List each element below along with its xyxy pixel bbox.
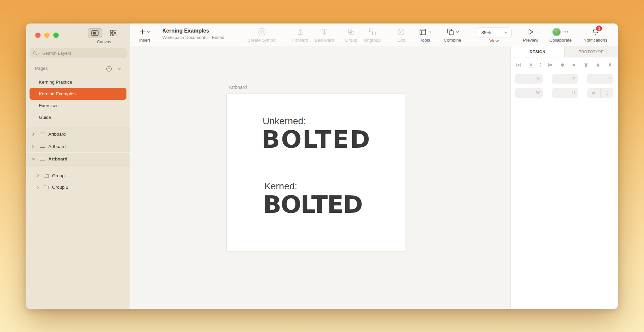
ungroup-button[interactable]: Ungroup: [364, 27, 381, 43]
canvas-view-label: Canvas: [88, 40, 120, 44]
layer-row-group-2[interactable]: Group 2: [26, 181, 130, 193]
layer-label: Artboard: [48, 144, 66, 149]
collapse-chevron-icon[interactable]: [32, 158, 36, 160]
folder-icon: [44, 174, 49, 178]
page-item-exercises[interactable]: Exercises: [26, 100, 130, 111]
align-bottom-icon[interactable]: [607, 62, 613, 68]
backward-button[interactable]: Backward: [315, 27, 334, 43]
layer-row-artboard-3[interactable]: Artboard: [26, 153, 130, 165]
size-fields-row: W H: [511, 88, 618, 98]
move-forward-icon: [296, 28, 305, 36]
document-subtitle: Workspace Document — Edited: [162, 35, 224, 40]
folder-icon: [44, 185, 49, 189]
artboard-title[interactable]: Artboard: [229, 85, 247, 90]
chevron-down-icon: [504, 32, 508, 34]
group-button[interactable]: Group: [345, 27, 357, 43]
chevron-down-icon: [147, 31, 150, 33]
tab-design[interactable]: DESIGN: [511, 46, 564, 57]
add-page-button[interactable]: [106, 66, 112, 72]
artboard-icon: [40, 132, 45, 136]
view-label: View: [477, 38, 512, 43]
minimize-window-button[interactable]: [44, 33, 50, 38]
create-symbol-button[interactable]: Create Symbol: [248, 27, 276, 43]
search-layers-input[interactable]: [30, 48, 127, 58]
distribute-horizontal-icon[interactable]: [516, 62, 521, 68]
edit-button[interactable]: Edit: [397, 27, 406, 43]
page-item-label: Guide: [39, 115, 51, 120]
layer-label: Artboard: [48, 132, 66, 137]
align-top-icon[interactable]: [584, 62, 589, 68]
notification-badge: 1: [596, 26, 602, 31]
fullscreen-window-button[interactable]: [53, 33, 59, 38]
forward-button[interactable]: Forward: [292, 27, 308, 43]
components-view-button[interactable]: [106, 28, 120, 38]
search-field: [30, 48, 127, 58]
position-fields-row: X Y °: [511, 74, 618, 84]
height-field-label: H: [572, 91, 575, 95]
canvas-view-button[interactable]: [88, 28, 102, 38]
pages-header: Pages: [26, 64, 130, 74]
more-options-dots-icon[interactable]: [540, 62, 541, 68]
collaborate-button[interactable]: Collaborate: [549, 27, 572, 43]
components-grid-icon: [110, 30, 116, 36]
distribute-vertical-icon[interactable]: [528, 62, 533, 68]
tools-icon: [419, 28, 427, 36]
layer-row-artboard-1[interactable]: Artboard: [26, 128, 130, 140]
plus-icon: [139, 29, 145, 35]
pages-list: Kerning Practice Kerning Examples Exerci…: [26, 76, 130, 123]
create-symbol-icon: [258, 28, 266, 36]
flip-vertical-button[interactable]: [601, 88, 614, 98]
flip-horizontal-button[interactable]: [587, 88, 601, 98]
insert-button[interactable]: Insert: [139, 27, 150, 43]
expand-chevron-icon[interactable]: [32, 132, 36, 136]
canvas-view-toggle: Canvas: [88, 28, 120, 44]
flip-controls: [587, 88, 613, 98]
combine-button[interactable]: Combine: [444, 27, 461, 43]
alignment-toolbar: [511, 61, 618, 69]
notifications-button[interactable]: 1 Notifications: [584, 27, 607, 43]
x-field-label: X: [537, 77, 540, 81]
artboard-icon: [40, 157, 45, 161]
page-item-kerning-examples[interactable]: Kerning Examples: [30, 88, 126, 100]
collapse-pages-chevron-icon[interactable]: [117, 67, 121, 70]
y-field: Y: [552, 74, 578, 84]
canvas-view-icon: [91, 30, 99, 36]
page-item-kerning-practice[interactable]: Kerning Practice: [26, 76, 130, 88]
align-middle-vertical-icon[interactable]: [595, 62, 601, 68]
kerned-word: BOLTED: [263, 192, 362, 217]
zoom-dropdown[interactable]: 39%: [477, 28, 512, 37]
width-field-label: W: [536, 91, 540, 95]
edit-icon: [397, 28, 406, 36]
layer-label: Group 2: [52, 185, 68, 190]
layer-row-artboard-2[interactable]: Artboard: [26, 140, 130, 153]
window-controls: [35, 33, 59, 38]
tab-prototype[interactable]: PROTOTYPE: [564, 46, 618, 57]
layer-children-list: Group Group 2: [26, 170, 130, 193]
expand-chevron-icon[interactable]: [37, 174, 41, 178]
artboard[interactable]: Unkerned: BOLTED Kerned: BOLTED: [227, 94, 406, 251]
rotation-field-label: °: [609, 77, 610, 81]
close-window-button[interactable]: [35, 33, 41, 38]
align-left-icon[interactable]: [548, 62, 553, 68]
document-title: Kerning Examples: [162, 28, 224, 34]
inspector-tabs: DESIGN PROTOTYPE: [511, 46, 618, 57]
flip-vertical-icon: [604, 90, 610, 96]
align-right-icon[interactable]: [572, 62, 577, 68]
tools-button[interactable]: Tools: [419, 27, 432, 43]
page-item-guide[interactable]: Guide: [26, 111, 130, 123]
expand-chevron-icon[interactable]: [32, 145, 36, 148]
content-area: Artboard Unkerned: BOLTED Kerned: BOLTED…: [130, 46, 618, 309]
expand-chevron-icon[interactable]: [37, 185, 41, 189]
x-field: X: [515, 74, 543, 84]
canvas[interactable]: Artboard Unkerned: BOLTED Kerned: BOLTED: [130, 46, 511, 309]
flip-horizontal-icon: [591, 90, 596, 96]
page-item-label: Kerning Examples: [39, 91, 76, 96]
preview-button[interactable]: Preview: [523, 27, 538, 43]
height-field: H: [552, 88, 578, 98]
combine-icon: [446, 28, 455, 36]
align-center-horizontal-icon[interactable]: [560, 62, 565, 68]
width-field: W: [515, 88, 543, 98]
move-backward-icon: [320, 28, 329, 36]
layer-row-group[interactable]: Group: [26, 170, 130, 181]
view-control: 39% View: [477, 28, 512, 43]
